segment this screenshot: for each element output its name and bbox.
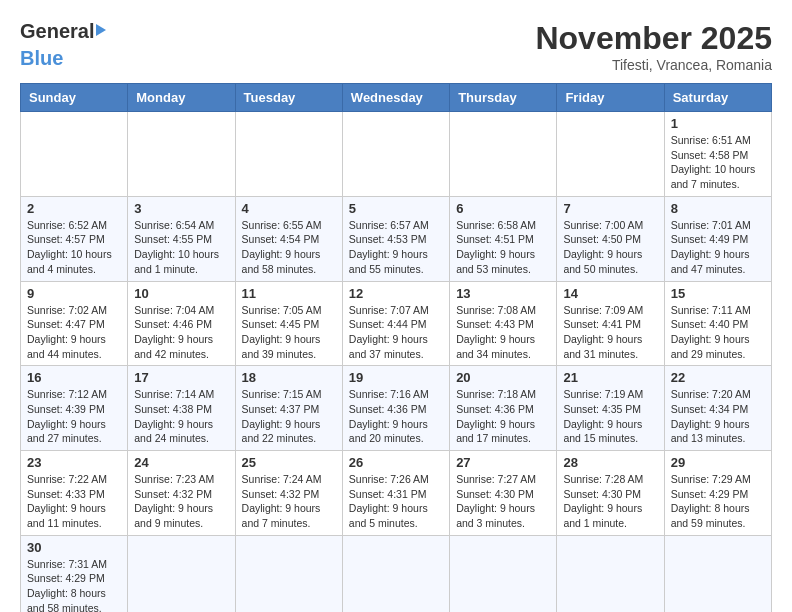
day-info: Sunrise: 7:05 AM Sunset: 4:45 PM Dayligh…: [242, 303, 336, 362]
day-info: Sunrise: 7:01 AM Sunset: 4:49 PM Dayligh…: [671, 218, 765, 277]
day-info: Sunrise: 7:04 AM Sunset: 4:46 PM Dayligh…: [134, 303, 228, 362]
logo: General Blue: [20, 20, 106, 70]
calendar-cell: 6Sunrise: 6:58 AM Sunset: 4:51 PM Daylig…: [450, 196, 557, 281]
calendar-cell: [557, 112, 664, 197]
day-info: Sunrise: 7:11 AM Sunset: 4:40 PM Dayligh…: [671, 303, 765, 362]
week-row-6: 30Sunrise: 7:31 AM Sunset: 4:29 PM Dayli…: [21, 535, 772, 612]
day-number: 7: [563, 201, 657, 216]
weekday-header-wednesday: Wednesday: [342, 84, 449, 112]
day-number: 25: [242, 455, 336, 470]
calendar-cell: [342, 535, 449, 612]
calendar-cell: 18Sunrise: 7:15 AM Sunset: 4:37 PM Dayli…: [235, 366, 342, 451]
calendar-cell: 20Sunrise: 7:18 AM Sunset: 4:36 PM Dayli…: [450, 366, 557, 451]
calendar-cell: 11Sunrise: 7:05 AM Sunset: 4:45 PM Dayli…: [235, 281, 342, 366]
day-number: 27: [456, 455, 550, 470]
week-row-5: 23Sunrise: 7:22 AM Sunset: 4:33 PM Dayli…: [21, 451, 772, 536]
calendar-cell: 9Sunrise: 7:02 AM Sunset: 4:47 PM Daylig…: [21, 281, 128, 366]
day-number: 5: [349, 201, 443, 216]
calendar-cell: [450, 535, 557, 612]
month-title: November 2025: [535, 20, 772, 57]
calendar-cell: 19Sunrise: 7:16 AM Sunset: 4:36 PM Dayli…: [342, 366, 449, 451]
day-number: 6: [456, 201, 550, 216]
day-number: 24: [134, 455, 228, 470]
calendar-cell: [664, 535, 771, 612]
day-number: 21: [563, 370, 657, 385]
calendar-cell: 16Sunrise: 7:12 AM Sunset: 4:39 PM Dayli…: [21, 366, 128, 451]
weekday-header-tuesday: Tuesday: [235, 84, 342, 112]
header: General Blue November 2025 Tifesti, Vran…: [20, 20, 772, 73]
calendar-cell: [450, 112, 557, 197]
day-info: Sunrise: 7:18 AM Sunset: 4:36 PM Dayligh…: [456, 387, 550, 446]
calendar-cell: [342, 112, 449, 197]
day-info: Sunrise: 7:15 AM Sunset: 4:37 PM Dayligh…: [242, 387, 336, 446]
day-info: Sunrise: 7:19 AM Sunset: 4:35 PM Dayligh…: [563, 387, 657, 446]
logo-wordmark: General: [20, 20, 106, 43]
day-info: Sunrise: 6:54 AM Sunset: 4:55 PM Dayligh…: [134, 218, 228, 277]
calendar-cell: 28Sunrise: 7:28 AM Sunset: 4:30 PM Dayli…: [557, 451, 664, 536]
day-info: Sunrise: 7:23 AM Sunset: 4:32 PM Dayligh…: [134, 472, 228, 531]
day-number: 11: [242, 286, 336, 301]
calendar-cell: 22Sunrise: 7:20 AM Sunset: 4:34 PM Dayli…: [664, 366, 771, 451]
weekday-header-sunday: Sunday: [21, 84, 128, 112]
day-info: Sunrise: 6:51 AM Sunset: 4:58 PM Dayligh…: [671, 133, 765, 192]
calendar-cell: 23Sunrise: 7:22 AM Sunset: 4:33 PM Dayli…: [21, 451, 128, 536]
day-number: 8: [671, 201, 765, 216]
week-row-3: 9Sunrise: 7:02 AM Sunset: 4:47 PM Daylig…: [21, 281, 772, 366]
location-subtitle: Tifesti, Vrancea, Romania: [535, 57, 772, 73]
calendar-cell: 24Sunrise: 7:23 AM Sunset: 4:32 PM Dayli…: [128, 451, 235, 536]
logo-triangle-icon: [96, 24, 106, 36]
calendar-cell: 2Sunrise: 6:52 AM Sunset: 4:57 PM Daylig…: [21, 196, 128, 281]
calendar-cell: 5Sunrise: 6:57 AM Sunset: 4:53 PM Daylig…: [342, 196, 449, 281]
day-number: 29: [671, 455, 765, 470]
day-info: Sunrise: 7:31 AM Sunset: 4:29 PM Dayligh…: [27, 557, 121, 612]
calendar-cell: 8Sunrise: 7:01 AM Sunset: 4:49 PM Daylig…: [664, 196, 771, 281]
calendar-cell: 14Sunrise: 7:09 AM Sunset: 4:41 PM Dayli…: [557, 281, 664, 366]
calendar-cell: 29Sunrise: 7:29 AM Sunset: 4:29 PM Dayli…: [664, 451, 771, 536]
day-number: 4: [242, 201, 336, 216]
calendar-cell: 21Sunrise: 7:19 AM Sunset: 4:35 PM Dayli…: [557, 366, 664, 451]
week-row-4: 16Sunrise: 7:12 AM Sunset: 4:39 PM Dayli…: [21, 366, 772, 451]
day-number: 26: [349, 455, 443, 470]
calendar-cell: [557, 535, 664, 612]
weekday-header-monday: Monday: [128, 84, 235, 112]
calendar-cell: [235, 535, 342, 612]
day-info: Sunrise: 7:28 AM Sunset: 4:30 PM Dayligh…: [563, 472, 657, 531]
day-info: Sunrise: 6:57 AM Sunset: 4:53 PM Dayligh…: [349, 218, 443, 277]
day-number: 14: [563, 286, 657, 301]
calendar-cell: [235, 112, 342, 197]
day-number: 28: [563, 455, 657, 470]
day-info: Sunrise: 7:16 AM Sunset: 4:36 PM Dayligh…: [349, 387, 443, 446]
calendar-cell: 1Sunrise: 6:51 AM Sunset: 4:58 PM Daylig…: [664, 112, 771, 197]
weekday-header-row: SundayMondayTuesdayWednesdayThursdayFrid…: [21, 84, 772, 112]
day-info: Sunrise: 6:58 AM Sunset: 4:51 PM Dayligh…: [456, 218, 550, 277]
day-info: Sunrise: 6:55 AM Sunset: 4:54 PM Dayligh…: [242, 218, 336, 277]
calendar-cell: 7Sunrise: 7:00 AM Sunset: 4:50 PM Daylig…: [557, 196, 664, 281]
day-number: 15: [671, 286, 765, 301]
day-info: Sunrise: 7:22 AM Sunset: 4:33 PM Dayligh…: [27, 472, 121, 531]
weekday-header-thursday: Thursday: [450, 84, 557, 112]
calendar-cell: 15Sunrise: 7:11 AM Sunset: 4:40 PM Dayli…: [664, 281, 771, 366]
day-info: Sunrise: 7:08 AM Sunset: 4:43 PM Dayligh…: [456, 303, 550, 362]
calendar-cell: 10Sunrise: 7:04 AM Sunset: 4:46 PM Dayli…: [128, 281, 235, 366]
day-number: 2: [27, 201, 121, 216]
day-info: Sunrise: 7:00 AM Sunset: 4:50 PM Dayligh…: [563, 218, 657, 277]
day-info: Sunrise: 7:27 AM Sunset: 4:30 PM Dayligh…: [456, 472, 550, 531]
day-number: 17: [134, 370, 228, 385]
day-info: Sunrise: 7:29 AM Sunset: 4:29 PM Dayligh…: [671, 472, 765, 531]
calendar-cell: 30Sunrise: 7:31 AM Sunset: 4:29 PM Dayli…: [21, 535, 128, 612]
calendar-cell: 27Sunrise: 7:27 AM Sunset: 4:30 PM Dayli…: [450, 451, 557, 536]
calendar-cell: [21, 112, 128, 197]
day-number: 16: [27, 370, 121, 385]
day-number: 10: [134, 286, 228, 301]
week-row-1: 1Sunrise: 6:51 AM Sunset: 4:58 PM Daylig…: [21, 112, 772, 197]
day-info: Sunrise: 6:52 AM Sunset: 4:57 PM Dayligh…: [27, 218, 121, 277]
calendar-cell: 25Sunrise: 7:24 AM Sunset: 4:32 PM Dayli…: [235, 451, 342, 536]
day-info: Sunrise: 7:09 AM Sunset: 4:41 PM Dayligh…: [563, 303, 657, 362]
day-number: 12: [349, 286, 443, 301]
day-number: 30: [27, 540, 121, 555]
calendar-cell: [128, 112, 235, 197]
calendar-cell: [128, 535, 235, 612]
logo-general: General: [20, 20, 94, 43]
day-number: 1: [671, 116, 765, 131]
logo-blue: Blue: [20, 47, 63, 70]
